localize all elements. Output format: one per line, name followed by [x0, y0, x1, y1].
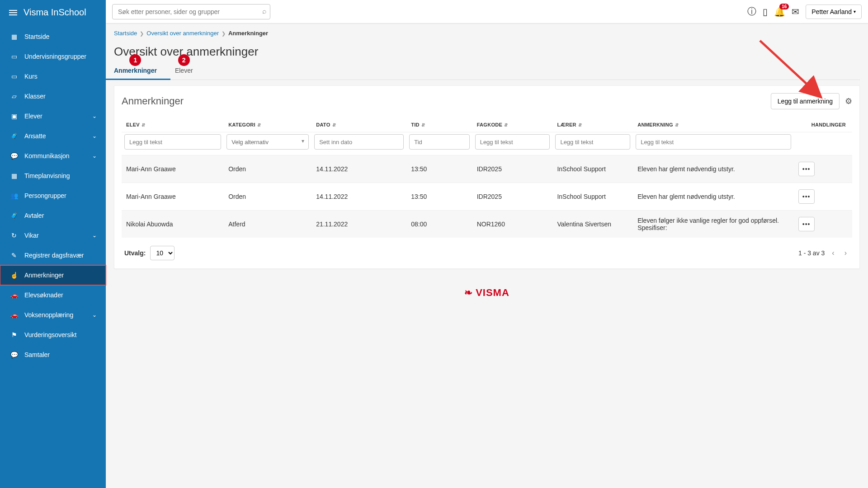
panel-title: Anmerkninger: [122, 95, 184, 107]
row-actions-button[interactable]: •••: [798, 162, 815, 176]
gear-icon[interactable]: ⚙: [845, 96, 852, 106]
sidebar-item-persongrupper[interactable]: 👥Persongrupper: [0, 186, 106, 206]
search-icon[interactable]: ⌕: [262, 7, 267, 15]
cell-anmerkning: Eleven har glemt nødvendig utstyr.: [633, 183, 794, 211]
app-name: Visma InSchool: [24, 7, 86, 18]
sidebar-item-label: Kommunikasjon: [24, 152, 70, 160]
col-dato[interactable]: DATO⇵: [311, 118, 406, 132]
visma-logo: ❧VISMA: [464, 287, 509, 299]
sidebar-item-anmerkninger[interactable]: ☝Anmerkninger: [0, 265, 106, 285]
bell-icon[interactable]: 🔔16: [774, 6, 785, 17]
cell-tid: 13:50: [406, 183, 472, 211]
col-laerer[interactable]: LÆRER⇵: [552, 118, 633, 132]
sidebar-item-label: Voksenopplæring: [24, 311, 73, 319]
sidebar-item-label: Vurderingsoversikt: [24, 331, 76, 338]
cell-dato: 14.11.2022: [311, 183, 406, 211]
next-page-button[interactable]: ›: [842, 247, 849, 259]
tab-elever[interactable]: 2Elever: [175, 67, 193, 80]
nav-icon: 💬: [9, 152, 19, 160]
sidebar-item-registrer-dagsfravær[interactable]: ✎Registrer dagsfravær: [0, 245, 106, 265]
cell-kategori: Atferd: [224, 211, 311, 238]
cell-tid: 08:00: [406, 211, 472, 238]
search-input[interactable]: [112, 4, 270, 19]
caret-icon: ▾: [854, 9, 856, 14]
breadcrumb: Startside❯Oversikt over anmerkninger❯Anm…: [114, 30, 860, 37]
breadcrumb-item: Anmerkninger: [228, 30, 268, 37]
sidebar-item-kommunikasjon[interactable]: 💬Kommunikasjon⌄: [0, 146, 106, 166]
row-actions-button[interactable]: •••: [798, 189, 815, 204]
add-annotation-button[interactable]: Legg til anmerkning: [771, 93, 840, 109]
chevron-down-icon: ⌄: [92, 153, 97, 159]
page-title: Oversikt over anmerkninger: [114, 45, 860, 59]
sidebar-item-vikar[interactable]: ↻Vikar⌄: [0, 225, 106, 245]
range-label: 1 - 3 av 3: [798, 249, 825, 257]
filter-laerer[interactable]: [555, 134, 630, 150]
row-actions-button[interactable]: •••: [798, 217, 815, 231]
tab-label: Anmerkninger: [114, 67, 157, 74]
card-icon[interactable]: ▯: [763, 6, 768, 17]
filter-fagkode[interactable]: [475, 134, 550, 150]
sidebar-item-timeplanvisning[interactable]: ▦Timeplanvisning: [0, 166, 106, 186]
page-size-select[interactable]: 10: [150, 246, 175, 260]
filter-elev[interactable]: [124, 134, 221, 150]
filter-anmerkning[interactable]: [636, 134, 791, 150]
main-area: ⌕ ⓘ ▯ 🔔16 ✉ Petter Aarland▾ Startside❯Ov…: [106, 0, 868, 488]
col-fagkode[interactable]: FAGKODE⇵: [472, 118, 553, 132]
help-icon[interactable]: ⓘ: [747, 5, 756, 18]
nav-icon: ▣: [9, 113, 19, 120]
filter-dato[interactable]: [314, 134, 404, 150]
sidebar-item-label: Avtaler: [24, 212, 44, 219]
nav-icon: 🚗: [9, 291, 19, 299]
prev-page-button[interactable]: ‹: [829, 247, 837, 259]
sidebar-item-startside[interactable]: ▦Startside: [0, 27, 106, 47]
breadcrumb-item[interactable]: Oversikt over anmerkninger: [146, 30, 219, 37]
sidebar-item-elever[interactable]: ▣Elever⌄: [0, 106, 106, 126]
user-menu-button[interactable]: Petter Aarland▾: [806, 5, 862, 19]
nav-icon: 🧳: [9, 212, 19, 219]
sidebar-item-ansatte[interactable]: 🧳Ansatte⌄: [0, 126, 106, 146]
col-elev[interactable]: ELEV⇵: [122, 118, 224, 132]
cell-elev: Mari-Ann Graawe: [122, 183, 224, 211]
inbox-icon[interactable]: ✉: [792, 6, 799, 17]
topbar-right: ⓘ ▯ 🔔16 ✉ Petter Aarland▾: [747, 5, 862, 19]
sidebar-item-vurderingsoversikt[interactable]: ⚑Vurderingsoversikt: [0, 325, 106, 345]
nav-icon: ▭: [9, 53, 19, 60]
table-row: Mari-Ann GraaweOrden14.11.202213:50IDR20…: [122, 183, 852, 211]
cell-laerer: InSchool Support: [552, 183, 633, 211]
col-tid[interactable]: TID⇵: [406, 118, 472, 132]
chevron-down-icon: ⌄: [92, 312, 97, 318]
sidebar-item-label: Registrer dagsfravær: [24, 252, 84, 259]
sidebar-item-klasser[interactable]: ▱Klasser: [0, 86, 106, 106]
breadcrumb-item[interactable]: Startside: [114, 30, 137, 37]
header-row: ELEV⇵ KATEGORI⇵ DATO⇵ TID⇵ FAGKODE⇵ LÆRE…: [122, 118, 852, 132]
nav-icon: ↻: [9, 232, 19, 239]
sidebar-item-avtaler[interactable]: 🧳Avtaler: [0, 206, 106, 225]
hamburger-icon[interactable]: [9, 10, 17, 15]
breadcrumb-sep: ❯: [140, 31, 144, 36]
cell-tid: 13:50: [406, 155, 472, 183]
chevron-down-icon: ⌄: [92, 113, 97, 119]
nav-icon: 🧳: [9, 132, 19, 140]
sidebar-item-label: Klasser: [24, 93, 46, 100]
chevron-down-icon: ⌄: [92, 133, 97, 139]
annotations-table: ELEV⇵ KATEGORI⇵ DATO⇵ TID⇵ FAGKODE⇵ LÆRE…: [122, 118, 852, 238]
nav-icon: ▦: [9, 172, 19, 179]
filter-tid[interactable]: [409, 134, 469, 150]
sidebar-item-voksenopplæring[interactable]: 🚗Voksenopplæring⌄: [0, 305, 106, 325]
sidebar-item-kurs[interactable]: ▭Kurs: [0, 66, 106, 86]
tab-anmerkninger[interactable]: 1Anmerkninger: [114, 67, 157, 80]
sidebar-item-label: Undervisningsgrupper: [24, 53, 86, 60]
panel-header: Anmerkninger Legg til anmerkning ⚙: [122, 93, 852, 109]
sidebar: Visma InSchool ▦Startside▭Undervisningsg…: [0, 0, 106, 488]
nav-icon: ▦: [9, 33, 19, 40]
topbar: ⌕ ⓘ ▯ 🔔16 ✉ Petter Aarland▾: [106, 0, 868, 23]
sidebar-item-samtaler[interactable]: 💬Samtaler: [0, 345, 106, 365]
sidebar-item-undervisningsgrupper[interactable]: ▭Undervisningsgrupper: [0, 47, 106, 66]
cell-laerer: InSchool Support: [552, 155, 633, 183]
filter-kategori[interactable]: Velg alternativ: [226, 134, 309, 150]
nav-icon: ☝: [9, 272, 19, 279]
col-anmerkning[interactable]: ANMERKNING⇵: [633, 118, 794, 132]
sidebar-item-elevsøknader[interactable]: 🚗Elevsøknader: [0, 285, 106, 305]
pager: 1 - 3 av 3 ‹ ›: [798, 247, 849, 259]
col-kategori[interactable]: KATEGORI⇵: [224, 118, 311, 132]
